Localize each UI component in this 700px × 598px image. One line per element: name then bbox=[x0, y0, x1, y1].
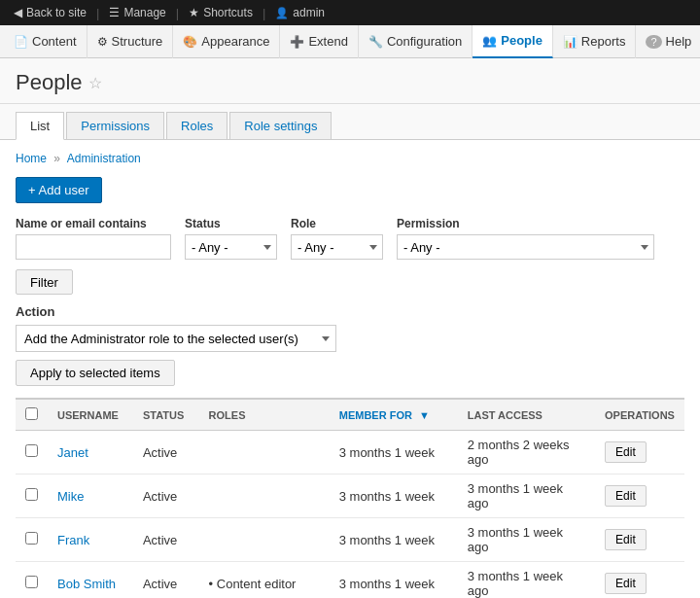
th-checkbox bbox=[16, 399, 48, 431]
reports-icon: 📊 bbox=[563, 35, 578, 49]
add-user-button[interactable]: + Add user bbox=[16, 177, 102, 203]
th-last-access[interactable]: LAST ACCESS bbox=[458, 399, 595, 431]
sub-tab-role-settings[interactable]: Role settings bbox=[229, 112, 332, 139]
row-member-cell: 3 months 1 week bbox=[330, 475, 458, 518]
role-filter-field: Role - Any - Administrator Content edito… bbox=[291, 217, 383, 260]
row-username-cell: Mike bbox=[48, 475, 133, 518]
status-filter-label: Status bbox=[185, 217, 277, 230]
apply-top-button[interactable]: Apply to selected items bbox=[16, 360, 175, 386]
row-access-cell: 2 months 2 weeks ago bbox=[458, 431, 595, 475]
action-row-top: Add the Administrator role to the select… bbox=[16, 325, 684, 352]
user-icon: 👤 bbox=[275, 7, 289, 19]
breadcrumb: Home » Administration bbox=[16, 152, 684, 165]
row-access-cell: 3 months 1 week ago bbox=[458, 475, 595, 518]
role-filter-select[interactable]: - Any - Administrator Content editor bbox=[291, 234, 383, 260]
row-checkbox[interactable] bbox=[25, 576, 38, 588]
row-status-cell: Active bbox=[133, 518, 199, 562]
nav-tab-extend[interactable]: ➕ Extend bbox=[280, 25, 358, 58]
separator-3: | bbox=[262, 6, 265, 20]
admin-user-link[interactable]: 👤 admin bbox=[269, 6, 331, 19]
users-table: USERNAME STATUS ROLES MEMBER FOR ▼ LAST … bbox=[16, 398, 684, 598]
star-icon: ★ bbox=[189, 6, 199, 19]
nav-tab-reports[interactable]: 📊 Reports bbox=[553, 25, 637, 58]
edit-button-frank[interactable]: Edit bbox=[605, 529, 647, 550]
admin-bar: ◀ Back to site | ☰ Manage | ★ Shortcuts … bbox=[0, 0, 700, 25]
nav-tab-help[interactable]: ? Help bbox=[636, 25, 700, 58]
nav-tab-structure[interactable]: ⚙ Structure bbox=[88, 25, 174, 58]
name-filter-input[interactable] bbox=[16, 234, 171, 260]
manage-link[interactable]: ☰ Manage bbox=[103, 6, 171, 19]
row-checkbox[interactable] bbox=[25, 444, 38, 457]
extend-icon: ➕ bbox=[290, 35, 304, 49]
sub-tab-permissions[interactable]: Permissions bbox=[66, 112, 164, 139]
people-icon: 👥 bbox=[482, 34, 497, 48]
row-member-cell: 3 months 1 week bbox=[330, 431, 458, 475]
row-member-cell: 3 months 1 week bbox=[330, 518, 458, 562]
table-row: Bob Smith Active • Content editor 3 mont… bbox=[16, 562, 684, 599]
table-header-row: USERNAME STATUS ROLES MEMBER FOR ▼ LAST … bbox=[16, 399, 684, 431]
permission-filter-select[interactable]: - Any - bbox=[397, 234, 654, 260]
breadcrumb-admin[interactable]: Administration bbox=[67, 152, 141, 165]
row-username-cell: Bob Smith bbox=[48, 562, 133, 599]
action-label: Action bbox=[16, 304, 684, 319]
row-status-cell: Active bbox=[133, 431, 199, 475]
shortcut-star-icon[interactable]: ☆ bbox=[88, 74, 102, 92]
action-select-top[interactable]: Add the Administrator role to the select… bbox=[16, 325, 336, 352]
permission-filter-label: Permission bbox=[397, 217, 654, 230]
row-ops-cell: Edit bbox=[595, 431, 684, 475]
row-checkbox-cell bbox=[16, 562, 48, 599]
row-checkbox[interactable] bbox=[25, 532, 38, 545]
action-section-top: Action Add the Administrator role to the… bbox=[16, 304, 684, 386]
row-roles-cell: • Content editor bbox=[199, 562, 330, 599]
sub-tab-roles[interactable]: Roles bbox=[166, 112, 228, 139]
user-link-janet[interactable]: Janet bbox=[57, 445, 88, 460]
sort-arrow-icon: ▼ bbox=[419, 409, 430, 421]
row-access-cell: 3 months 1 week ago bbox=[458, 518, 595, 562]
configuration-icon: 🔧 bbox=[368, 35, 383, 49]
shortcuts-link[interactable]: ★ Shortcuts bbox=[183, 6, 259, 19]
appearance-icon: 🎨 bbox=[183, 35, 197, 49]
th-member-for[interactable]: MEMBER FOR ▼ bbox=[330, 399, 458, 431]
row-username-cell: Frank bbox=[48, 518, 133, 562]
nav-tab-people[interactable]: 👥 People bbox=[472, 25, 553, 58]
select-all-checkbox[interactable] bbox=[25, 407, 38, 420]
row-member-cell: 3 months 1 week bbox=[330, 562, 458, 599]
th-status: STATUS bbox=[133, 399, 199, 431]
th-operations: OPERATIONS bbox=[595, 399, 684, 431]
edit-button-bob-smith[interactable]: Edit bbox=[605, 573, 647, 594]
status-filter-field: Status - Any - Active Blocked bbox=[185, 217, 277, 260]
user-link-mike[interactable]: Mike bbox=[57, 489, 84, 504]
edit-button-janet[interactable]: Edit bbox=[605, 441, 647, 463]
back-to-site-link[interactable]: ◀ Back to site bbox=[8, 6, 92, 19]
row-ops-cell: Edit bbox=[595, 518, 684, 562]
breadcrumb-home[interactable]: Home bbox=[16, 152, 47, 165]
nav-tab-appearance[interactable]: 🎨 Appearance bbox=[173, 25, 280, 58]
status-filter-select[interactable]: - Any - Active Blocked bbox=[185, 234, 277, 260]
table-row: Janet Active 3 months 1 week 2 months 2 … bbox=[16, 431, 684, 475]
row-checkbox-cell bbox=[16, 475, 48, 518]
permission-filter-field: Permission - Any - bbox=[397, 217, 654, 260]
row-status-cell: Active bbox=[133, 562, 199, 599]
filter-row: Name or email contains Status - Any - Ac… bbox=[16, 217, 684, 260]
th-username: USERNAME bbox=[48, 399, 133, 431]
page-title: People ☆ bbox=[16, 70, 684, 95]
user-link-bob-smith[interactable]: Bob Smith bbox=[57, 577, 116, 591]
sub-tab-list[interactable]: List bbox=[16, 112, 64, 140]
breadcrumb-sep-1: » bbox=[53, 152, 60, 165]
row-checkbox-cell bbox=[16, 431, 48, 475]
row-roles-cell bbox=[199, 431, 330, 475]
user-link-frank[interactable]: Frank bbox=[57, 533, 89, 547]
back-arrow-icon: ◀ bbox=[14, 6, 22, 19]
name-filter-field: Name or email contains bbox=[16, 217, 171, 260]
nav-tab-content[interactable]: 📄 Content bbox=[4, 25, 88, 58]
filter-section: Name or email contains Status - Any - Ac… bbox=[16, 217, 684, 295]
row-checkbox[interactable] bbox=[25, 488, 38, 501]
filter-button[interactable]: Filter bbox=[16, 269, 73, 295]
edit-button-mike[interactable]: Edit bbox=[605, 485, 647, 507]
table-row: Mike Active 3 months 1 week 3 months 1 w… bbox=[16, 475, 684, 518]
name-filter-label: Name or email contains bbox=[16, 217, 171, 230]
row-checkbox-cell bbox=[16, 518, 48, 562]
nav-tab-configuration[interactable]: 🔧 Configuration bbox=[359, 25, 472, 58]
th-roles: ROLES bbox=[199, 399, 330, 431]
row-access-cell: 3 months 1 week ago bbox=[458, 562, 595, 599]
